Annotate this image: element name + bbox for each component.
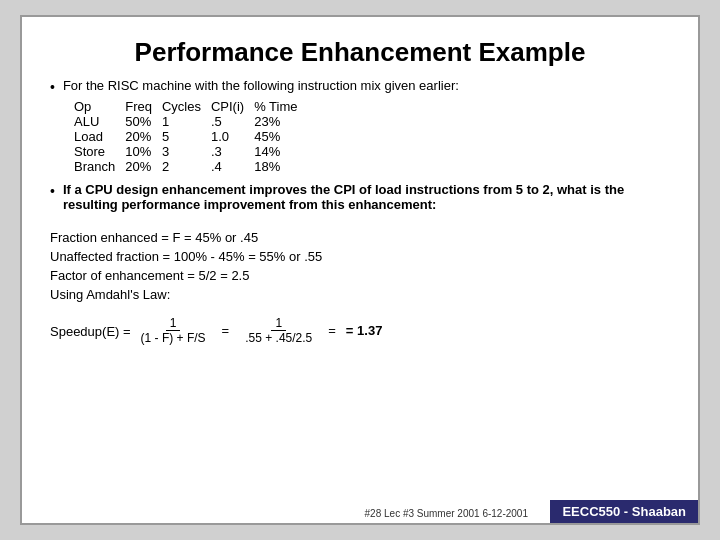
table-row: Load 20% 5 1.0 45% <box>74 129 308 144</box>
col-freq: Freq <box>125 99 162 114</box>
cell-load-cycles: 5 <box>162 129 211 144</box>
instruction-table: Op Freq Cycles CPI(i) % Time ALU 50% 1 .… <box>74 99 670 174</box>
bullet1-dot: • <box>50 79 55 95</box>
bullet1-section: • For the RISC machine with the followin… <box>50 78 670 176</box>
cell-load-freq: 20% <box>125 129 162 144</box>
cell-store-cpi: .3 <box>211 144 254 159</box>
bullet2-row: • If a CPU design enhancement improves t… <box>50 182 670 212</box>
eq3-row: Factor of enhancement = 5/2 = 2.5 <box>50 268 670 283</box>
bullet1-text: For the RISC machine with the following … <box>63 78 459 93</box>
bullet2-text: If a CPU design enhancement improves the… <box>63 182 670 212</box>
frac2-numerator: 1 <box>271 316 286 331</box>
cell-alu-cpi: .5 <box>211 114 254 129</box>
cell-branch-cycles: 2 <box>162 159 211 174</box>
op-table: Op Freq Cycles CPI(i) % Time ALU 50% 1 .… <box>74 99 308 174</box>
frac1-denominator: (1 - F) + F/S <box>137 331 210 345</box>
equals-sign2: = <box>328 323 336 338</box>
cell-branch-op: Branch <box>74 159 125 174</box>
bullet2-dot: • <box>50 183 55 199</box>
bullet2-section: • If a CPU design enhancement improves t… <box>50 182 670 216</box>
cell-alu-time: 23% <box>254 114 307 129</box>
cell-load-time: 45% <box>254 129 307 144</box>
eq4-label-row: Using Amdahl's Law: <box>50 287 670 302</box>
frac1: 1 (1 - F) + F/S <box>137 316 210 345</box>
cell-store-time: 14% <box>254 144 307 159</box>
col-cpi: CPI(i) <box>211 99 254 114</box>
table-header-row: Op Freq Cycles CPI(i) % Time <box>74 99 308 114</box>
footer-bar: EECC550 - Shaaban <box>550 500 698 523</box>
fraction-block: 1 (1 - F) + F/S = 1 .55 + .45/2.5 = = 1.… <box>135 316 383 345</box>
col-cycles: Cycles <box>162 99 211 114</box>
table-row: Store 10% 3 .3 14% <box>74 144 308 159</box>
eq2-row: Unaffected fraction = 100% - 45% = 55% o… <box>50 249 670 264</box>
cell-store-cycles: 3 <box>162 144 211 159</box>
cell-store-op: Store <box>74 144 125 159</box>
cell-load-op: Load <box>74 129 125 144</box>
speedup-formula: Speedup(E) = 1 (1 - F) + F/S = 1 .55 + .… <box>50 316 670 345</box>
speedup-label: Speedup(E) = <box>50 324 131 339</box>
equations-section: Fraction enhanced = F = 45% or .45 Unaff… <box>50 230 670 306</box>
cell-alu-cycles: 1 <box>162 114 211 129</box>
cell-branch-cpi: .4 <box>211 159 254 174</box>
cell-alu-op: ALU <box>74 114 125 129</box>
table-row: ALU 50% 1 .5 23% <box>74 114 308 129</box>
col-op: Op <box>74 99 125 114</box>
bullet1-row: • For the RISC machine with the followin… <box>50 78 670 95</box>
cell-branch-freq: 20% <box>125 159 162 174</box>
cell-branch-time: 18% <box>254 159 307 174</box>
speedup-section: Speedup(E) = 1 (1 - F) + F/S = 1 .55 + .… <box>50 312 670 345</box>
cell-alu-freq: 50% <box>125 114 162 129</box>
table-row: Branch 20% 2 .4 18% <box>74 159 308 174</box>
eq1-row: Fraction enhanced = F = 45% or .45 <box>50 230 670 245</box>
frac1-numerator: 1 <box>166 316 181 331</box>
cell-load-cpi: 1.0 <box>211 129 254 144</box>
equals-sign: = <box>222 323 230 338</box>
frac2-denominator: .55 + .45/2.5 <box>241 331 316 345</box>
slide-title: Performance Enhancement Example <box>50 37 670 68</box>
frac2: 1 .55 + .45/2.5 <box>241 316 316 345</box>
col-time: % Time <box>254 99 307 114</box>
cell-store-freq: 10% <box>125 144 162 159</box>
speedup-result: = 1.37 <box>346 323 383 338</box>
footer-note: #28 Lec #3 Summer 2001 6-12-2001 <box>365 508 528 519</box>
slide: Performance Enhancement Example • For th… <box>20 15 700 525</box>
